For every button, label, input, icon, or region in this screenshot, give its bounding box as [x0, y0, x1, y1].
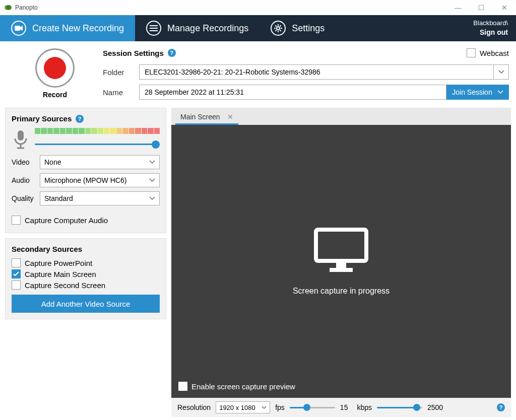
- window-controls: — ☐ ✕: [446, 0, 516, 15]
- resolution-select[interactable]: 1920 x 1080: [216, 401, 270, 413]
- svg-rect-15: [18, 130, 24, 141]
- preview-status-text: Screen capture in progress: [293, 287, 390, 296]
- tab-main-screen[interactable]: Main Screen ✕: [175, 110, 238, 125]
- record-button[interactable]: [35, 48, 75, 88]
- folder-select[interactable]: ELEC3201-32986-20-21: 20-21-Robotic Syst…: [139, 64, 509, 80]
- svg-line-14: [280, 25, 281, 26]
- session-settings-title: Session Settings: [103, 49, 164, 57]
- nav-create-recording[interactable]: Create New Recording: [0, 15, 135, 41]
- capture-powerpoint-checkbox[interactable]: [12, 258, 21, 267]
- window-titlebar: Panopto — ☐ ✕: [0, 0, 516, 15]
- audio-level-meter: [35, 128, 160, 134]
- preview-tabbar: Main Screen ✕: [171, 108, 511, 125]
- chevron-down-icon: [149, 160, 155, 164]
- monitor-icon: [313, 227, 369, 272]
- capture-second-screen-toggle[interactable]: Capture Second Screen: [12, 281, 160, 290]
- enable-preview-label: Enable screen capture preview: [191, 382, 295, 391]
- secondary-sources-title: Secondary Sources: [12, 245, 82, 253]
- capture-second-screen-checkbox[interactable]: [12, 281, 21, 290]
- capture-main-screen-checkbox[interactable]: [12, 269, 21, 278]
- webcast-checkbox[interactable]: [467, 48, 476, 57]
- fps-label: fps: [275, 403, 285, 411]
- enable-preview-checkbox[interactable]: [178, 382, 187, 391]
- quality-select[interactable]: Standard: [40, 191, 160, 205]
- tab-label: Main Screen: [180, 113, 220, 121]
- record-column: Record: [7, 48, 103, 105]
- session-settings-bar: Record Session Settings ? Webcast Folder…: [0, 41, 516, 108]
- capture-powerpoint-label: Capture PowerPoint: [25, 259, 92, 267]
- mic-row: [12, 128, 160, 149]
- video-value: None: [44, 158, 61, 166]
- primary-sources-title: Primary Sources: [12, 114, 72, 123]
- record-icon: [44, 57, 66, 79]
- nav-settings-label: Settings: [292, 23, 325, 34]
- fps-value: 15: [340, 403, 348, 411]
- maximize-button[interactable]: ☐: [470, 0, 493, 15]
- record-label: Record: [43, 91, 67, 99]
- name-row: Name Join Session: [103, 85, 509, 100]
- help-icon[interactable]: ?: [76, 115, 84, 123]
- kbps-slider[interactable]: [377, 402, 422, 412]
- fps-slider[interactable]: [290, 402, 335, 412]
- svg-rect-2: [15, 26, 20, 31]
- capture-computer-audio-label: Capture Computer Audio: [25, 216, 108, 225]
- svg-line-12: [280, 30, 281, 31]
- audio-meter-wrap: [35, 128, 160, 149]
- audio-source-row: Audio Microphone (MPOW HC6): [12, 173, 160, 187]
- left-panel: Primary Sources ? Video: [5, 108, 166, 417]
- panopto-logo-icon: [4, 4, 12, 12]
- quality-value: Standard: [44, 194, 73, 202]
- close-button[interactable]: ✕: [493, 0, 516, 15]
- capture-computer-audio-checkbox[interactable]: [12, 216, 21, 225]
- resolution-label: Resolution: [177, 403, 211, 411]
- kbps-value: 2500: [427, 403, 443, 411]
- nav-create-label: Create New Recording: [32, 23, 124, 34]
- minimize-button[interactable]: —: [446, 0, 470, 15]
- enable-preview-toggle[interactable]: Enable screen capture preview: [178, 382, 295, 391]
- svg-rect-18: [316, 230, 366, 261]
- capture-powerpoint-toggle[interactable]: Capture PowerPoint: [12, 258, 160, 267]
- audio-source-select[interactable]: Microphone (MPOW HC6): [40, 173, 160, 187]
- capture-settings-bar: Resolution 1920 x 1080 fps 15 kbps 2500 …: [171, 398, 511, 417]
- gear-icon: [271, 21, 286, 36]
- help-icon[interactable]: ?: [168, 49, 176, 57]
- primary-sources-header: Primary Sources ?: [12, 114, 160, 123]
- window-title: Panopto: [15, 4, 38, 11]
- quality-label: Quality: [12, 194, 40, 202]
- account-name: Blackboard\: [473, 19, 508, 28]
- audio-label: Audio: [12, 176, 40, 184]
- resolution-value: 1920 x 1080: [219, 404, 255, 411]
- folder-label: Folder: [103, 68, 139, 77]
- secondary-sources-panel: Secondary Sources Capture PowerPoint Cap…: [5, 238, 166, 319]
- nav-manage-label: Manage Recordings: [167, 23, 248, 34]
- capture-main-screen-toggle[interactable]: Capture Main Screen: [12, 269, 160, 278]
- chevron-down-icon: [262, 406, 267, 409]
- primary-sources-panel: Primary Sources ? Video: [5, 108, 166, 233]
- capture-computer-audio-toggle[interactable]: Capture Computer Audio: [12, 216, 160, 225]
- chevron-down-icon: [497, 90, 503, 94]
- capture-second-screen-label: Capture Second Screen: [25, 281, 105, 290]
- chevron-down-icon: [493, 65, 508, 79]
- join-session-button[interactable]: Join Session: [446, 85, 509, 100]
- quality-row: Quality Standard: [12, 191, 160, 205]
- svg-point-6: [277, 27, 280, 30]
- sign-out-link[interactable]: Sign out: [473, 28, 508, 38]
- mic-volume-slider[interactable]: [35, 139, 160, 149]
- add-video-source-button[interactable]: Add Another Video Source: [12, 295, 160, 313]
- kbps-label: kbps: [357, 403, 372, 411]
- join-label: Join Session: [452, 88, 492, 96]
- nav-manage-recordings[interactable]: Manage Recordings: [135, 15, 260, 41]
- tab-close-icon[interactable]: ✕: [227, 113, 233, 121]
- session-settings-header: Session Settings ? Webcast: [103, 48, 509, 57]
- folder-row: Folder ELEC3201-32986-20-21: 20-21-Robot…: [103, 64, 509, 80]
- nav-settings[interactable]: Settings: [260, 15, 336, 41]
- svg-line-11: [276, 25, 277, 26]
- video-source-select[interactable]: None: [40, 155, 160, 169]
- session-settings-column: Session Settings ? Webcast Folder ELEC32…: [103, 48, 509, 105]
- session-name-input[interactable]: [139, 85, 446, 100]
- capture-main-screen-label: Capture Main Screen: [25, 270, 96, 278]
- webcast-toggle[interactable]: Webcast: [467, 48, 509, 57]
- help-icon[interactable]: ?: [497, 403, 505, 411]
- video-source-row: Video None: [12, 155, 160, 169]
- video-label: Video: [12, 158, 40, 166]
